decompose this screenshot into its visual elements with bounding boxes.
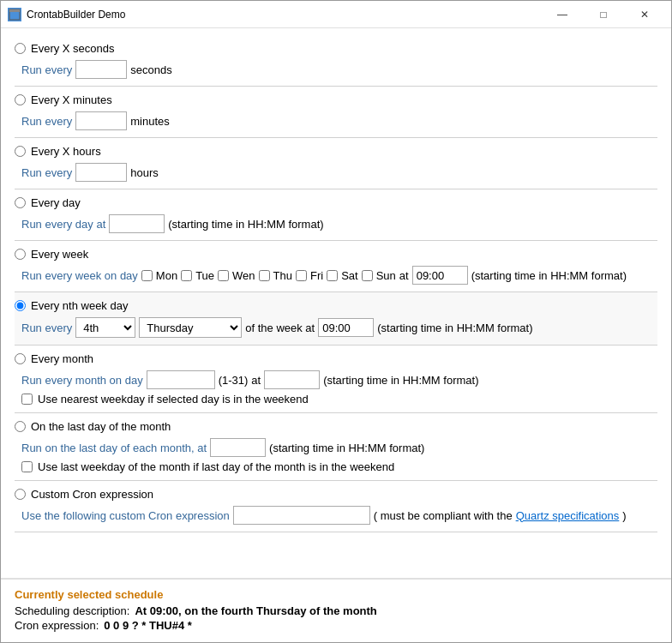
format-hint-every-month: (starting time in HH:MM format) bbox=[323, 374, 478, 387]
input-every-month-time[interactable] bbox=[264, 370, 320, 389]
section-header-hours: Every X hours bbox=[15, 145, 657, 158]
radio-every-nth-week-day[interactable] bbox=[15, 300, 26, 311]
body-every-x-minutes: Run every minutes bbox=[15, 111, 657, 130]
section-header-nth-week-day: Every nth week day bbox=[15, 299, 657, 312]
input-every-week-time[interactable] bbox=[412, 266, 468, 285]
window-controls: — □ ✕ bbox=[543, 1, 664, 28]
checkbox-fri[interactable] bbox=[296, 270, 307, 281]
input-seconds[interactable] bbox=[75, 60, 127, 79]
section-header-minutes: Every X minutes bbox=[15, 93, 657, 106]
day-checkbox-thu: Thu bbox=[259, 269, 292, 282]
section-last-day-of-month: On the last day of the month Run on the … bbox=[15, 413, 657, 481]
of-the-week-label: of the week at bbox=[245, 322, 315, 334]
section-header-custom-cron: Custom Cron expression bbox=[15, 488, 657, 501]
label-every-x-seconds: Every X seconds bbox=[31, 42, 115, 55]
label-last-day-of-month: On the last day of the month bbox=[31, 420, 171, 433]
radio-every-week[interactable] bbox=[15, 249, 26, 260]
checkbox-sun[interactable] bbox=[362, 270, 373, 281]
must-label-custom-cron: ( must be compliant with the bbox=[374, 509, 513, 522]
day-label-fri: Fri bbox=[310, 269, 323, 282]
input-last-day-time[interactable] bbox=[210, 438, 266, 457]
checkbox-sat[interactable] bbox=[327, 270, 338, 281]
checkbox-mon[interactable] bbox=[141, 270, 153, 281]
section-every-nth-week-day: Every nth week day Run every 1st 2nd 3rd… bbox=[15, 292, 657, 346]
select-day-of-week[interactable]: Monday Tuesday Wednesday Thursday Friday… bbox=[139, 317, 242, 338]
quartz-link[interactable]: Quartz specifications bbox=[516, 509, 620, 522]
radio-every-month[interactable] bbox=[15, 353, 26, 364]
minimize-button[interactable]: — bbox=[543, 1, 582, 28]
title-bar: CrontabBuilder Demo — □ ✕ bbox=[1, 1, 671, 28]
section-every-month: Every month Run every month on day (1-31… bbox=[15, 346, 657, 413]
day-checkbox-sun: Sun bbox=[362, 269, 396, 282]
section-header-every-month: Every month bbox=[15, 352, 657, 365]
day-checkbox-fri: Fri bbox=[296, 269, 323, 282]
run-label-every-day: Run every day at bbox=[21, 218, 105, 231]
radio-custom-cron[interactable] bbox=[15, 489, 26, 500]
body-custom-cron: Use the following custom Cron expression… bbox=[15, 506, 657, 525]
input-minutes[interactable] bbox=[75, 111, 127, 130]
window-title: CrontabBuilder Demo bbox=[27, 9, 543, 21]
day-checkbox-mon: Mon bbox=[141, 269, 177, 282]
at-label-every-month: at bbox=[251, 374, 261, 387]
input-every-day-time[interactable] bbox=[109, 214, 165, 233]
select-nth[interactable]: 1st 2nd 3rd 4th 5th bbox=[75, 317, 135, 338]
label-custom-cron: Custom Cron expression bbox=[31, 488, 153, 501]
body-every-nth-week-day: Run every 1st 2nd 3rd 4th 5th Monday Tue… bbox=[15, 317, 657, 338]
checkbox-wen[interactable] bbox=[218, 270, 229, 281]
app-icon bbox=[8, 8, 21, 21]
scheduling-value: At 09:00, on the fourth Thursday of the … bbox=[135, 604, 376, 617]
checkbox-nearest-weekday[interactable] bbox=[21, 394, 33, 405]
nearest-weekday-text: Use nearest weekday if selected day is i… bbox=[38, 393, 309, 406]
cron-label: Cron expression: bbox=[15, 619, 99, 632]
input-month-day[interactable] bbox=[147, 370, 215, 389]
main-content: Every X seconds Run every seconds Every … bbox=[1, 28, 671, 578]
radio-every-day[interactable] bbox=[15, 197, 26, 208]
footer-cron-row: Cron expression: 0 0 9 ? * THU#4 * bbox=[15, 619, 657, 632]
end-label-custom-cron: ) bbox=[622, 509, 626, 522]
last-weekday-text: Use last weekday of the month if last da… bbox=[38, 460, 394, 473]
scheduling-label: Scheduling description: bbox=[15, 604, 129, 617]
body-last-day-of-month: Run on the last day of each month, at (s… bbox=[15, 438, 657, 457]
label-every-x-minutes: Every X minutes bbox=[31, 93, 112, 106]
unit-label-seconds: seconds bbox=[130, 63, 171, 76]
section-header-every-day: Every day bbox=[15, 196, 657, 209]
section-header-last-day: On the last day of the month bbox=[15, 420, 657, 433]
day-checkbox-wen: Wen bbox=[218, 269, 255, 282]
format-hint-nth-week-day: (starting time in HH:MM format) bbox=[377, 322, 532, 334]
section-header-seconds: Every X seconds bbox=[15, 42, 657, 55]
close-button[interactable]: ✕ bbox=[625, 1, 664, 28]
format-hint-every-day: (starting time in HH:MM format) bbox=[168, 218, 323, 231]
run-label-minutes: Run every bbox=[21, 115, 72, 128]
input-hours[interactable] bbox=[75, 163, 127, 182]
footer-scheduling-row: Scheduling description: At 09:00, on the… bbox=[15, 604, 657, 617]
cron-value: 0 0 9 ? * THU#4 * bbox=[104, 619, 192, 632]
nearest-weekday-label: Use nearest weekday if selected day is i… bbox=[21, 393, 657, 406]
day-label-thu: Thu bbox=[273, 269, 292, 282]
checkbox-thu[interactable] bbox=[259, 270, 270, 281]
checkbox-tue[interactable] bbox=[181, 270, 192, 281]
maximize-button[interactable]: □ bbox=[584, 1, 623, 28]
section-every-week: Every week Run every week on day Mon Tue… bbox=[15, 241, 657, 292]
day-label-tue: Tue bbox=[195, 269, 214, 282]
checkbox-last-weekday[interactable] bbox=[21, 461, 33, 472]
section-every-x-hours: Every X hours Run every hours bbox=[15, 138, 657, 189]
input-nth-week-day-time[interactable] bbox=[318, 318, 374, 337]
section-every-x-minutes: Every X minutes Run every minutes bbox=[15, 87, 657, 138]
label-every-x-hours: Every X hours bbox=[31, 145, 101, 158]
day-label-wen: Wen bbox=[232, 269, 255, 282]
run-label-every-month: Run every month on day bbox=[21, 374, 143, 387]
section-every-x-seconds: Every X seconds Run every seconds bbox=[15, 35, 657, 87]
body-every-day: Run every day at (starting time in HH:MM… bbox=[15, 214, 657, 233]
label-every-month: Every month bbox=[31, 352, 93, 365]
unit-label-minutes: minutes bbox=[130, 115, 170, 128]
run-label-seconds: Run every bbox=[21, 63, 72, 76]
radio-every-x-hours[interactable] bbox=[15, 146, 26, 157]
use-label-custom-cron: Use the following custom Cron expression bbox=[21, 509, 230, 522]
radio-every-x-seconds[interactable] bbox=[15, 43, 26, 54]
radio-last-day-of-month[interactable] bbox=[15, 421, 26, 432]
at-label-every-week: at bbox=[399, 269, 409, 282]
input-custom-cron[interactable] bbox=[233, 506, 370, 525]
run-label-every-week: Run every week on day bbox=[21, 269, 138, 282]
day-label-sun: Sun bbox=[376, 269, 396, 282]
radio-every-x-minutes[interactable] bbox=[15, 94, 26, 105]
